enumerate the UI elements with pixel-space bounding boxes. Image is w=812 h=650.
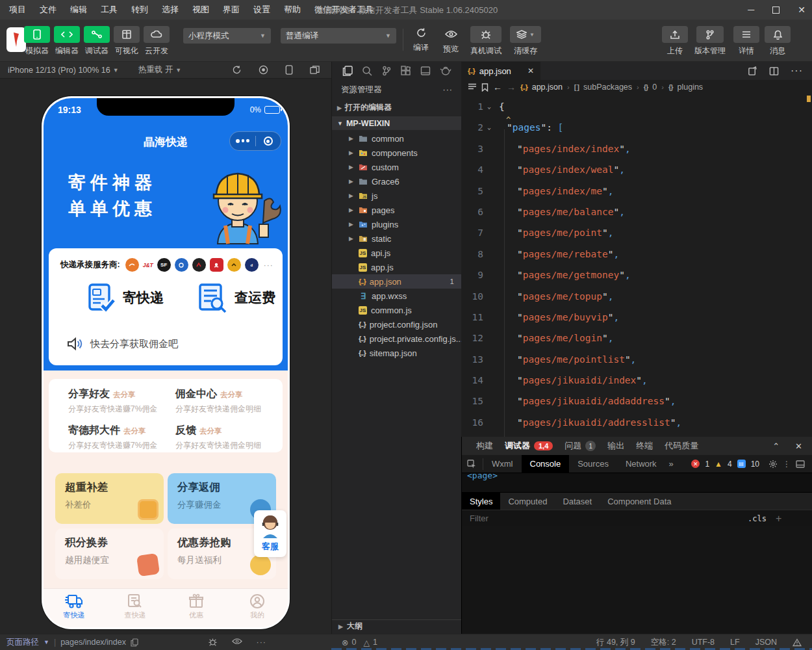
menu-item[interactable]: 界面	[223, 4, 240, 16]
forward-icon[interactable]: →	[507, 82, 516, 92]
menu-item[interactable]: 视图	[192, 4, 209, 16]
page-path-label[interactable]: 页面路径	[6, 637, 39, 648]
chevron-down-icon[interactable]: ▼	[44, 639, 49, 645]
menu-item[interactable]: 转到	[131, 4, 148, 16]
tree-item-pages[interactable]: ▶pages	[332, 203, 462, 217]
maximize-icon[interactable]	[772, 6, 780, 14]
detail-button[interactable]: 详情	[731, 26, 761, 57]
tree-item-app-js[interactable]: JSapp.js	[332, 260, 462, 274]
styles-panel-tab[interactable]: Dataset	[555, 493, 600, 510]
cloud-button[interactable]: 云开发	[142, 26, 171, 57]
editor-button[interactable]: 编辑器	[52, 26, 82, 57]
styles-panel-tab[interactable]: Styles	[462, 493, 500, 510]
warning-count[interactable]: 4	[728, 460, 732, 469]
plus-icon[interactable]: +	[776, 513, 781, 525]
split-editor-icon[interactable]	[769, 66, 779, 76]
tree-item-project-private-config[interactable]: {..}project.private.config.js...	[332, 332, 462, 346]
capsule-menu[interactable]	[229, 131, 281, 151]
tab-coupons[interactable]: 优惠	[166, 589, 227, 627]
promo-points-coupon[interactable]: 积分换券 越用越便宜	[55, 528, 164, 579]
upload-button[interactable]: 上传	[660, 26, 690, 57]
tab-problems[interactable]: 问题	[565, 440, 581, 452]
close-icon[interactable]: ✕	[798, 5, 806, 14]
menu-item[interactable]: 项目	[9, 4, 26, 16]
tab-app-json[interactable]: {..} app.json ✕	[461, 62, 540, 80]
close-icon[interactable]: ✕	[795, 441, 802, 451]
visual-button[interactable]: 可视化	[112, 26, 142, 57]
dock-icon[interactable]	[796, 460, 805, 468]
menu-item[interactable]: 编辑	[70, 4, 87, 16]
project-root[interactable]: ▼MP-WEIXIN	[332, 116, 462, 130]
language-mode[interactable]: JSON	[755, 638, 777, 647]
send-express-button[interactable]: 寄快递	[86, 282, 164, 313]
filter-input[interactable]	[462, 514, 748, 523]
files-icon[interactable]	[342, 66, 353, 76]
tree-item-sitemap[interactable]: {..}sitemap.json	[332, 346, 462, 360]
share-item[interactable]: 反馈去分享 分享好友寄快递佣金明细	[175, 424, 270, 451]
compile-button[interactable]: 编译	[407, 27, 435, 53]
collapse-icon[interactable]: ⌃	[772, 441, 780, 451]
tree-item-components[interactable]: ▶components	[332, 146, 462, 160]
query-freight-button[interactable]: 查运费	[197, 282, 275, 313]
code-editor[interactable]: 1⌄ { 2⌄ "pages": [ 3 "pages/index/index"…	[461, 94, 812, 437]
devtools-tab[interactable]: Network	[617, 455, 665, 473]
bug-icon[interactable]	[208, 638, 218, 647]
more-icon[interactable]	[230, 139, 255, 143]
back-icon[interactable]: ←	[493, 82, 502, 92]
more-icon[interactable]: ···	[257, 638, 267, 647]
customer-service-widget[interactable]: 客服	[254, 510, 286, 557]
tree-item-api-js[interactable]: JSapi.js	[332, 246, 462, 260]
share-item[interactable]: 佣金中心去分享 分享好友寄快递佣金明细	[175, 387, 270, 415]
exit-icon[interactable]	[256, 136, 281, 146]
fold-icon[interactable]: ⌄	[483, 96, 495, 117]
version-button[interactable]: 版本管理	[691, 26, 729, 57]
indent-setting[interactable]: 空格: 2	[651, 637, 676, 648]
eye-icon[interactable]	[232, 638, 242, 645]
tab-terminal[interactable]: 终端	[636, 440, 653, 452]
menu-item[interactable]: 工具	[101, 4, 118, 16]
copy-icon[interactable]	[131, 638, 138, 647]
mode-select[interactable]: 小程序模式▼	[183, 28, 271, 44]
fold-icon[interactable]: ⌄	[483, 117, 495, 138]
tree-item-plugins[interactable]: ▶plugins	[332, 217, 462, 231]
menu-item[interactable]: 文件	[40, 4, 57, 16]
tree-item-app-wxss[interactable]: ∃app.wxss	[332, 289, 462, 303]
info-count[interactable]: 10	[751, 460, 759, 469]
breadcrumb-file[interactable]: app.json	[532, 83, 563, 92]
tree-item-common[interactable]: ▶common	[332, 131, 462, 146]
devtools-tab[interactable]: Wxml	[483, 455, 522, 473]
tab-send-express[interactable]: 寄快递	[44, 589, 105, 627]
devtools-tab[interactable]: Console	[522, 455, 570, 473]
kebab-icon[interactable]: ⋮	[783, 460, 791, 469]
eol[interactable]: LF	[730, 638, 740, 647]
feedback-icon[interactable]	[793, 638, 802, 647]
styles-panel-tab[interactable]: Computed	[500, 493, 555, 510]
message-button[interactable]: 消息	[763, 26, 793, 57]
outline-section[interactable]: ▶大纲	[332, 619, 462, 632]
source-control-icon[interactable]	[381, 66, 392, 76]
encoding[interactable]: UTF-8	[692, 638, 715, 647]
more-tabs-icon[interactable]: »	[669, 459, 674, 469]
share-item[interactable]: 寄德邦大件去分享 分享好友寄快递赚7%佣金	[68, 424, 175, 451]
tab-mine[interactable]: 我的	[227, 589, 288, 627]
tree-item-app-json[interactable]: {..}app.json1	[332, 274, 462, 289]
open-editors-section[interactable]: ▶打开的编辑器	[332, 101, 462, 114]
restart-icon[interactable]	[232, 65, 242, 75]
tab-build[interactable]: 构建	[476, 440, 493, 452]
tree-item-js[interactable]: ▶JSjs	[332, 188, 462, 203]
tab-code-quality[interactable]: 代码质量	[665, 440, 698, 452]
styles-panel-tab[interactable]: Component Data	[600, 493, 679, 510]
more-icon[interactable]: ···	[791, 65, 803, 77]
tree-item-custom[interactable]: ▶custom	[332, 160, 462, 174]
compile-mode-select[interactable]: 普通编译▼	[281, 28, 396, 44]
devtools-tab[interactable]: Sources	[569, 455, 617, 473]
minimize-icon[interactable]: ─	[748, 5, 754, 14]
window-icon[interactable]	[420, 66, 431, 76]
gear-icon[interactable]	[768, 460, 778, 469]
menu-item[interactable]: 选择	[162, 4, 179, 16]
tree-item-common-js[interactable]: JScommon.js	[332, 303, 462, 317]
multi-window-icon[interactable]	[310, 65, 320, 75]
tree-item-grace6[interactable]: ▶Grace6	[332, 174, 462, 188]
share-notice[interactable]: 快去分享获取佣金吧	[67, 337, 178, 351]
hot-reload-toggle[interactable]: 热重载 开	[138, 64, 173, 75]
